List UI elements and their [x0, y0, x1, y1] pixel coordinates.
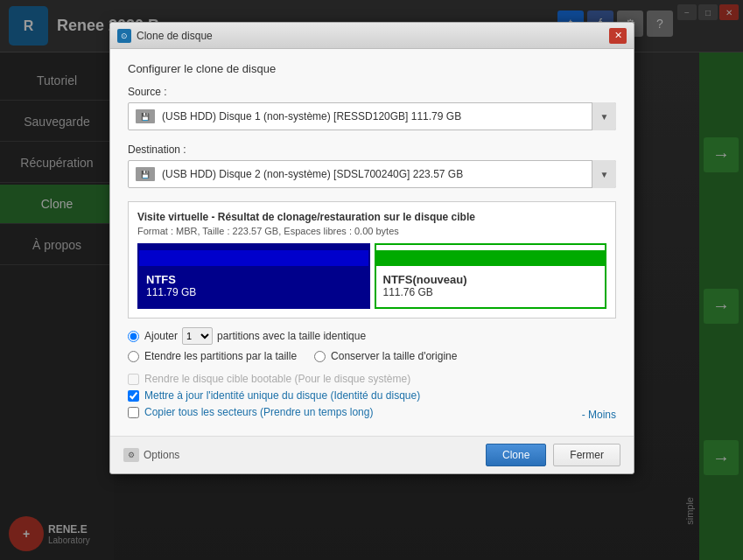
- source-dropdown-wrap: 💾 (USB HDD) Disque 1 (non-système) [RESS…: [128, 102, 616, 130]
- options-link[interactable]: ⚙ Options: [123, 448, 179, 462]
- check-sectors[interactable]: [128, 407, 139, 418]
- radio-etendre[interactable]: [128, 351, 139, 362]
- dialog-close-icon[interactable]: ✕: [609, 28, 627, 44]
- dest-dropdown-value: (USB HDD) Disque 2 (non-système) [SDSL70…: [162, 168, 463, 180]
- virtual-visit-section: Visite virtuelle - Résultat de clonage/r…: [128, 201, 616, 318]
- source-dropdown-value: (USB HDD) Disque 1 (non-système) [RESSD1…: [162, 110, 461, 122]
- dialog-title: Clone de disque: [137, 30, 609, 42]
- partition-count-select[interactable]: 1 2 3: [182, 327, 213, 345]
- dest-dropdown-arrow[interactable]: ▼: [592, 160, 616, 188]
- dest-partition: NTFS(nouveau) 111.76 GB: [375, 243, 607, 309]
- checkbox-row-1: Rendre le disque cible bootable (Pour le…: [128, 373, 616, 385]
- radio-row-1: Ajouter 1 2 3 partitions avec la taille …: [128, 327, 616, 345]
- options-icon: ⚙: [123, 448, 139, 462]
- dest-dropdown-wrap: 💾 (USB HDD) Disque 2 (non-système) [SDSL…: [128, 160, 616, 188]
- close-button[interactable]: Fermer: [553, 444, 620, 466]
- dest-partition-size: 111.76 GB: [383, 286, 599, 298]
- check1-label: Rendre le disque cible bootable (Pour le…: [144, 373, 410, 385]
- check-identity[interactable]: [128, 390, 139, 402]
- checkbox-row-2: Mettre à jour l'identité unique du disqu…: [128, 389, 616, 402]
- disk-visual: NTFS 111.79 GB NTFS(nouveau) 111.76 GB: [137, 243, 606, 309]
- check-bootable[interactable]: [128, 374, 139, 385]
- dest-label: Destination :: [128, 144, 616, 156]
- source-dropdown-arrow[interactable]: ▼: [592, 102, 616, 130]
- section-title: Configurer le clone de disque: [128, 62, 616, 75]
- radio-ajouter[interactable]: [128, 331, 139, 342]
- source-partition: NTFS 111.79 GB: [137, 243, 370, 309]
- options-section: Ajouter 1 2 3 partitions avec la taille …: [128, 327, 616, 423]
- dest-dropdown[interactable]: 💾 (USB HDD) Disque 2 (non-système) [SDSL…: [128, 160, 616, 188]
- check3-label: Copier tous les secteurs (Prendre un tem…: [144, 406, 373, 418]
- vv-subtitle: Format : MBR, Taille : 223.57 GB, Espace…: [137, 226, 606, 236]
- radio1-suffix: partitions avec la taille identique: [217, 330, 366, 342]
- dialog-footer: ⚙ Options Clone Fermer: [110, 436, 634, 473]
- clone-dialog: ⊙ Clone de disque ✕ Configurer le clone …: [109, 22, 634, 474]
- source-label: Source :: [128, 86, 616, 98]
- dialog-icon: ⊙: [117, 29, 131, 43]
- footer-buttons: Clone Fermer: [486, 444, 620, 466]
- check2-label: Mettre à jour l'identité unique du disqu…: [144, 389, 420, 402]
- dest-disk-icon: 💾: [136, 167, 155, 181]
- radio2-label: Etendre les partitions par la taille: [144, 350, 297, 362]
- dest-partition-label: NTFS(nouveau): [383, 273, 599, 286]
- source-partition-size: 111.79 GB: [146, 286, 361, 298]
- source-dropdown[interactable]: 💾 (USB HDD) Disque 1 (non-système) [RESS…: [128, 102, 616, 130]
- clone-button[interactable]: Clone: [486, 444, 546, 466]
- radio-conserver[interactable]: [314, 351, 326, 362]
- source-partition-label: NTFS: [146, 273, 361, 286]
- radio1-prefix: Ajouter: [144, 330, 178, 342]
- source-disk-icon: 💾: [136, 109, 155, 123]
- radio3-label: Conserver la taille d'origine: [331, 350, 457, 362]
- radio-row-2: Etendre les partitions par la taille: [128, 350, 297, 362]
- checkbox-row-3: Copier tous les secteurs (Prendre un tem…: [128, 406, 373, 418]
- dialog-body: Configurer le clone de disque Source : 💾…: [110, 49, 634, 436]
- vv-title: Visite virtuelle - Résultat de clonage/r…: [137, 211, 606, 223]
- moins-link[interactable]: - Moins: [582, 409, 616, 421]
- options-label: Options: [144, 449, 179, 461]
- dialog-titlebar: ⊙ Clone de disque ✕: [110, 23, 634, 49]
- radio-row-3: Conserver la taille d'origine: [314, 350, 457, 362]
